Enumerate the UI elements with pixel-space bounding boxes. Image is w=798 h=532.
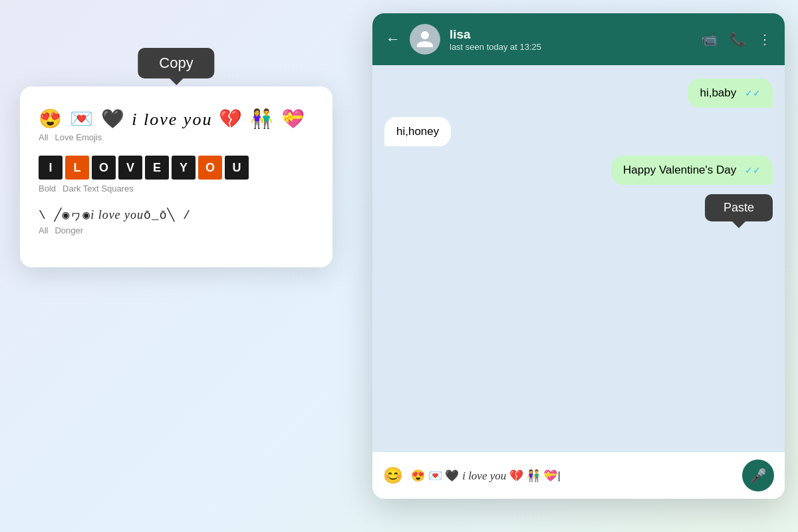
- bold-squares-tags: BoldDark Text Squares: [39, 184, 314, 194]
- paste-tooltip[interactable]: Paste: [705, 194, 773, 221]
- chat-header: ← lisa last seen today at 13:25 📹 📞 ⋮: [372, 13, 785, 65]
- message-2-text: hi,honey: [396, 125, 439, 138]
- sq-U: U: [225, 156, 249, 180]
- sq-E: E: [145, 156, 169, 180]
- sq-O: O: [92, 156, 116, 180]
- chat-body: hi,baby ✓✓ hi,honey Happy Valentine's Da…: [372, 65, 785, 464]
- header-icons: 📹 📞 ⋮: [701, 31, 771, 47]
- video-call-icon[interactable]: 📹: [701, 31, 718, 47]
- message-input[interactable]: 😍 💌 🖤 i love you 💔 👫 💝|: [411, 469, 734, 483]
- more-options-icon[interactable]: ⋮: [758, 31, 771, 47]
- back-button[interactable]: ←: [386, 31, 400, 48]
- sq-Y: Y: [172, 156, 196, 180]
- message-2: hi,honey: [384, 117, 451, 146]
- copy-card: Copy 😍 💌 🖤 i love you 💔 👫 💝 AllLove Emoj…: [20, 86, 332, 267]
- mic-icon: 🎤: [750, 467, 767, 483]
- contact-info: lisa last seen today at 13:25: [450, 27, 692, 52]
- phone-icon[interactable]: 📞: [730, 31, 746, 47]
- contact-status: last seen today at 13:25: [450, 42, 692, 52]
- copy-tooltip[interactable]: Copy: [138, 48, 214, 78]
- message-3: Happy Valentine's Day ✓✓: [611, 156, 773, 185]
- message-1-text: hi,baby: [700, 86, 736, 99]
- sq-I: I: [39, 156, 63, 180]
- donger-row[interactable]: \ ╱◉ヮ◉i love youō_ō╲ /: [39, 207, 314, 223]
- message-3-checkmarks: ✓✓: [745, 165, 761, 176]
- emoji-love-tags: AllLove Emojis: [39, 132, 314, 142]
- bold-squares-row[interactable]: I L O V E Y O U: [39, 156, 314, 180]
- contact-avatar: [410, 24, 440, 55]
- sq-L: L: [65, 156, 89, 180]
- donger-tags: AllDonger: [39, 225, 314, 235]
- message-1: hi,baby ✓✓: [688, 78, 773, 108]
- message-3-text: Happy Valentine's Day: [623, 164, 736, 176]
- paste-label: Paste: [724, 201, 754, 214]
- message-1-checkmarks: ✓✓: [745, 88, 761, 98]
- chat-input-bar: 😊 😍 💌 🖤 i love you 💔 👫 💝| 🎤: [372, 452, 785, 499]
- emoji-picker-button[interactable]: 😊: [383, 466, 403, 485]
- sq-O2: O: [198, 156, 222, 180]
- paste-container: Paste: [705, 194, 773, 221]
- mic-button[interactable]: 🎤: [742, 460, 774, 491]
- contact-name: lisa: [450, 27, 692, 42]
- sq-V: V: [118, 156, 142, 180]
- emoji-love-row[interactable]: 😍 💌 🖤 i love you 💔 👫 💝: [39, 108, 314, 130]
- chat-window: ← lisa last seen today at 13:25 📹 📞 ⋮ hi…: [372, 13, 785, 499]
- copy-tooltip-label: Copy: [159, 55, 193, 71]
